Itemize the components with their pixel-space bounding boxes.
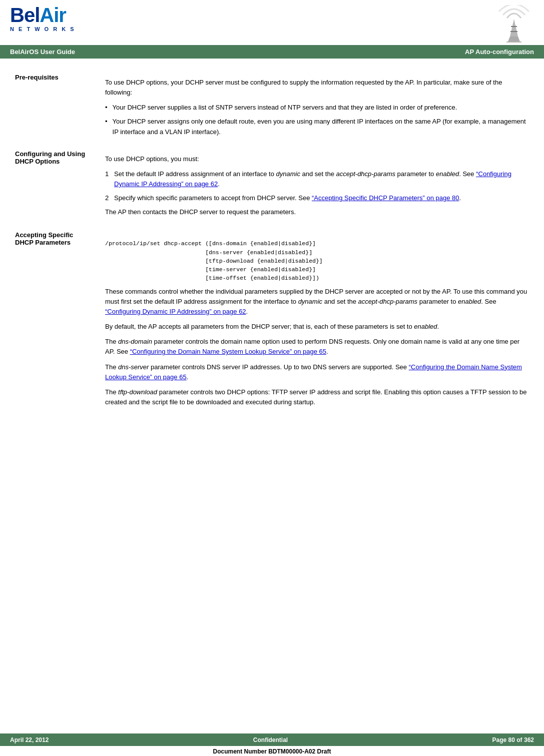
svg-marker-1 [508, 37, 520, 42]
link-dns-domain[interactable]: “Configuring the Domain Name System Look… [130, 348, 326, 355]
prereq-section: Pre-requisites To use DHCP options, your… [10, 69, 534, 145]
page-header: BelAir N E T W O R K S [0, 0, 544, 45]
step-1: 1 Set the default IP address assignment … [105, 169, 529, 189]
dhcp-intro: To use DHCP options, you must: [105, 154, 529, 164]
para-1: These commands control whether the indiv… [105, 287, 529, 317]
accepting-content: /protocol/ip/set dhcp-accept ([dns-domai… [100, 226, 534, 416]
nav-bar: BelAirOS User Guide AP Auto-configuratio… [0, 45, 544, 59]
para-3: The dns-domain parameter controls the do… [105, 337, 529, 357]
logo: BelAir N E T W O R K S [10, 5, 76, 32]
svg-rect-4 [506, 42, 521, 43]
accepting-label: Accepting Specific DHCP Parameters [10, 226, 100, 416]
brand-icon [494, 5, 534, 43]
prereq-bullets: Your DHCP server supplies a list of SNTP… [105, 103, 529, 137]
accepting-section: Accepting Specific DHCP Parameters /prot… [10, 226, 534, 416]
dhcp-options-label: Configuring and Using DHCP Options [10, 145, 100, 227]
step-num: 1 [105, 169, 114, 179]
para-2: By default, the AP accepts all parameter… [105, 322, 529, 332]
footer-doc-number: Document Number BDTM00000-A02 Draft [0, 746, 544, 756]
dhcp-code-block: /protocol/ip/set dhcp-accept ([dns-domai… [105, 239, 529, 282]
step-2: 2 Specify which specific parameters to a… [105, 193, 529, 203]
footer-bar: April 22, 2012 Confidential Page 80 of 3… [0, 734, 544, 746]
para-4: The dns-server parameter controls DNS se… [105, 362, 529, 382]
step-1-text: Set the default IP address assignment of… [114, 169, 529, 189]
footer-confidential: Confidential [253, 736, 288, 743]
link-dns-server[interactable]: “Configuring the Domain Name System Look… [105, 363, 522, 381]
dhcp-steps: 1 Set the default IP address assignment … [105, 169, 529, 203]
bullet-item: Your DHCP server supplies a list of SNTP… [105, 103, 529, 113]
svg-marker-0 [510, 19, 518, 37]
logo-text: BelAir [10, 5, 76, 25]
link-accepting-params[interactable]: “Accepting Specific DHCP Parameters” on … [312, 194, 459, 202]
footer-page: Page 80 of 362 [492, 736, 534, 743]
page-footer: April 22, 2012 Confidential Page 80 of 3… [0, 733, 544, 756]
para-5: The tftp-download parameter controls two… [105, 387, 529, 407]
nav-right: AP Auto-configuration [465, 48, 534, 56]
link-dynamic-ip-2[interactable]: “Configuring Dynamic IP Addressing” on p… [105, 308, 246, 315]
nav-left: BelAirOS User Guide [10, 48, 75, 56]
step-num: 2 [105, 193, 114, 203]
footer-date: April 22, 2012 [10, 736, 49, 743]
dhcp-options-section: Configuring and Using DHCP Options To us… [10, 145, 534, 227]
main-content: Pre-requisites To use DHCP options, your… [0, 59, 544, 421]
dhcp-options-content: To use DHCP options, you must: 1 Set the… [100, 145, 534, 227]
logo-networks: N E T W O R K S [10, 26, 76, 32]
content-table: Pre-requisites To use DHCP options, your… [10, 69, 534, 416]
prereq-intro: To use DHCP options, your DCHP server mu… [105, 78, 529, 98]
step-2-text: Specify which specific parameters to acc… [114, 193, 461, 203]
dhcp-closing: The AP then contacts the DHCP server to … [105, 207, 529, 217]
bullet-item: Your DHCP server assigns only one defaul… [105, 117, 529, 137]
prereq-label: Pre-requisites [10, 69, 100, 145]
prereq-content: To use DHCP options, your DCHP server mu… [100, 69, 534, 145]
